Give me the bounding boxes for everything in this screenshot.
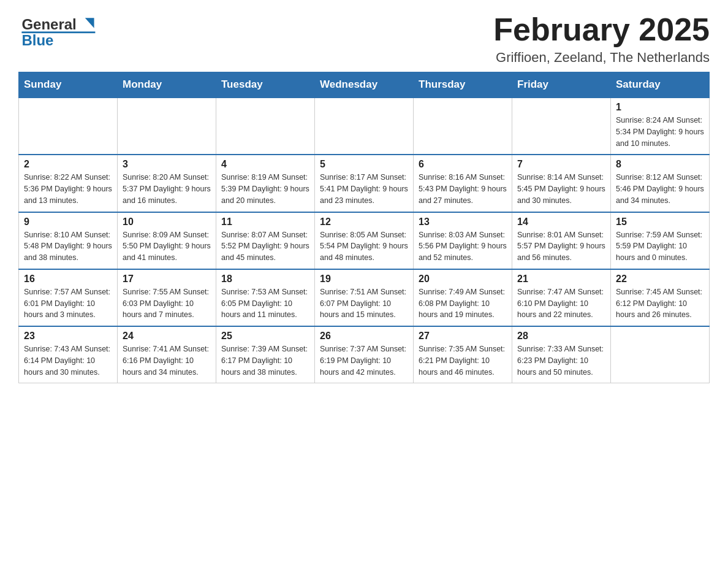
weekday-header-tuesday: Tuesday [216,72,315,98]
calendar-cell: 3Sunrise: 8:20 AM Sunset: 5:37 PM Daylig… [118,155,216,212]
day-number: 25 [221,331,309,342]
calendar-week-3: 9Sunrise: 8:10 AM Sunset: 5:48 PM Daylig… [19,212,710,269]
day-number: 17 [123,274,211,285]
weekday-header-thursday: Thursday [414,72,512,98]
day-number: 21 [517,274,605,285]
calendar-cell [611,326,710,383]
calendar-week-4: 16Sunrise: 7:57 AM Sunset: 6:01 PM Dayli… [19,269,710,326]
day-info: Sunrise: 7:53 AM Sunset: 6:05 PM Dayligh… [221,286,309,321]
calendar-cell: 11Sunrise: 8:07 AM Sunset: 5:52 PM Dayli… [216,212,315,269]
page-subtitle: Griffioen, Zeeland, The Netherlands [493,50,710,66]
calendar-body: 1Sunrise: 8:24 AM Sunset: 5:34 PM Daylig… [19,98,710,383]
day-info: Sunrise: 8:20 AM Sunset: 5:37 PM Dayligh… [123,172,211,206]
day-info: Sunrise: 8:10 AM Sunset: 5:48 PM Dayligh… [24,229,112,264]
day-info: Sunrise: 8:09 AM Sunset: 5:50 PM Dayligh… [123,229,211,264]
logo: General Blue [18,12,104,49]
day-info: Sunrise: 7:47 AM Sunset: 6:10 PM Dayligh… [517,286,605,321]
calendar-cell: 10Sunrise: 8:09 AM Sunset: 5:50 PM Dayli… [118,212,216,269]
weekday-header-saturday: Saturday [611,72,710,98]
day-number: 15 [616,216,704,228]
calendar-cell: 19Sunrise: 7:51 AM Sunset: 6:07 PM Dayli… [315,269,414,326]
calendar-cell [414,98,512,155]
calendar-cell [118,98,216,155]
day-number: 27 [419,331,507,342]
weekday-header-sunday: Sunday [19,72,118,98]
calendar-cell: 9Sunrise: 8:10 AM Sunset: 5:48 PM Daylig… [19,212,118,269]
calendar-cell [19,98,118,155]
day-info: Sunrise: 8:05 AM Sunset: 5:54 PM Dayligh… [320,229,408,264]
day-number: 4 [221,159,309,170]
day-info: Sunrise: 7:43 AM Sunset: 6:14 PM Dayligh… [24,343,112,378]
calendar-cell: 15Sunrise: 7:59 AM Sunset: 5:59 PM Dayli… [611,212,710,269]
weekday-header-monday: Monday [118,72,216,98]
calendar-cell: 8Sunrise: 8:12 AM Sunset: 5:46 PM Daylig… [611,155,710,212]
svg-text:Blue: Blue [21,32,53,48]
calendar-week-5: 23Sunrise: 7:43 AM Sunset: 6:14 PM Dayli… [19,326,710,383]
day-number: 6 [419,159,507,170]
day-info: Sunrise: 8:22 AM Sunset: 5:36 PM Dayligh… [24,172,112,206]
calendar-cell: 17Sunrise: 7:55 AM Sunset: 6:03 PM Dayli… [118,269,216,326]
day-info: Sunrise: 8:14 AM Sunset: 5:45 PM Dayligh… [517,172,605,206]
day-number: 26 [320,331,408,342]
calendar-cell: 23Sunrise: 7:43 AM Sunset: 6:14 PM Dayli… [19,326,118,383]
day-number: 28 [517,331,605,342]
calendar-cell: 7Sunrise: 8:14 AM Sunset: 5:45 PM Daylig… [512,155,611,212]
day-number: 5 [320,159,408,170]
day-number: 14 [517,216,605,228]
calendar-cell: 21Sunrise: 7:47 AM Sunset: 6:10 PM Dayli… [512,269,611,326]
day-info: Sunrise: 8:24 AM Sunset: 5:34 PM Dayligh… [616,115,704,149]
day-number: 20 [419,274,507,285]
calendar-cell: 27Sunrise: 7:35 AM Sunset: 6:21 PM Dayli… [414,326,512,383]
day-number: 23 [24,331,112,342]
day-number: 13 [419,216,507,228]
calendar-cell: 20Sunrise: 7:49 AM Sunset: 6:08 PM Dayli… [414,269,512,326]
calendar-cell: 24Sunrise: 7:41 AM Sunset: 6:16 PM Dayli… [118,326,216,383]
day-info: Sunrise: 8:01 AM Sunset: 5:57 PM Dayligh… [517,229,605,264]
day-number: 11 [221,216,309,228]
day-number: 16 [24,274,112,285]
day-number: 19 [320,274,408,285]
calendar-cell [315,98,414,155]
day-info: Sunrise: 7:51 AM Sunset: 6:07 PM Dayligh… [320,286,408,321]
day-number: 8 [616,159,704,170]
day-number: 22 [616,274,704,285]
day-number: 12 [320,216,408,228]
day-info: Sunrise: 7:33 AM Sunset: 6:23 PM Dayligh… [517,343,605,378]
calendar-table: SundayMondayTuesdayWednesdayThursdayFrid… [18,72,710,383]
calendar-header: SundayMondayTuesdayWednesdayThursdayFrid… [19,72,710,98]
weekday-header-row: SundayMondayTuesdayWednesdayThursdayFrid… [19,72,710,98]
day-info: Sunrise: 7:45 AM Sunset: 6:12 PM Dayligh… [616,286,704,321]
day-number: 10 [123,216,211,228]
calendar-cell [512,98,611,155]
calendar-cell: 5Sunrise: 8:17 AM Sunset: 5:41 PM Daylig… [315,155,414,212]
day-info: Sunrise: 8:03 AM Sunset: 5:56 PM Dayligh… [419,229,507,264]
day-info: Sunrise: 7:35 AM Sunset: 6:21 PM Dayligh… [419,343,507,378]
calendar-cell: 13Sunrise: 8:03 AM Sunset: 5:56 PM Dayli… [414,212,512,269]
calendar-cell [216,98,315,155]
weekday-header-wednesday: Wednesday [315,72,414,98]
day-number: 7 [517,159,605,170]
weekday-header-friday: Friday [512,72,611,98]
day-info: Sunrise: 7:37 AM Sunset: 6:19 PM Dayligh… [320,343,408,378]
page-header: General Blue February 2025 Griffioen, Ze… [18,12,710,66]
logo-svg: General Blue [18,12,104,49]
calendar-cell: 12Sunrise: 8:05 AM Sunset: 5:54 PM Dayli… [315,212,414,269]
svg-text:General: General [21,16,76,33]
day-info: Sunrise: 7:41 AM Sunset: 6:16 PM Dayligh… [123,343,211,378]
calendar-cell: 28Sunrise: 7:33 AM Sunset: 6:23 PM Dayli… [512,326,611,383]
day-info: Sunrise: 7:49 AM Sunset: 6:08 PM Dayligh… [419,286,507,321]
day-info: Sunrise: 8:07 AM Sunset: 5:52 PM Dayligh… [221,229,309,264]
calendar-week-2: 2Sunrise: 8:22 AM Sunset: 5:36 PM Daylig… [19,155,710,212]
day-number: 1 [616,102,704,113]
day-info: Sunrise: 8:16 AM Sunset: 5:43 PM Dayligh… [419,172,507,206]
title-section: February 2025 Griffioen, Zeeland, The Ne… [493,12,710,66]
calendar-cell: 16Sunrise: 7:57 AM Sunset: 6:01 PM Dayli… [19,269,118,326]
day-info: Sunrise: 7:59 AM Sunset: 5:59 PM Dayligh… [616,229,704,264]
calendar-cell: 26Sunrise: 7:37 AM Sunset: 6:19 PM Dayli… [315,326,414,383]
page-title: February 2025 [493,12,710,47]
day-number: 24 [123,331,211,342]
day-info: Sunrise: 8:12 AM Sunset: 5:46 PM Dayligh… [616,172,704,206]
calendar-cell: 25Sunrise: 7:39 AM Sunset: 6:17 PM Dayli… [216,326,315,383]
svg-marker-1 [85,18,94,28]
day-info: Sunrise: 8:17 AM Sunset: 5:41 PM Dayligh… [320,172,408,206]
